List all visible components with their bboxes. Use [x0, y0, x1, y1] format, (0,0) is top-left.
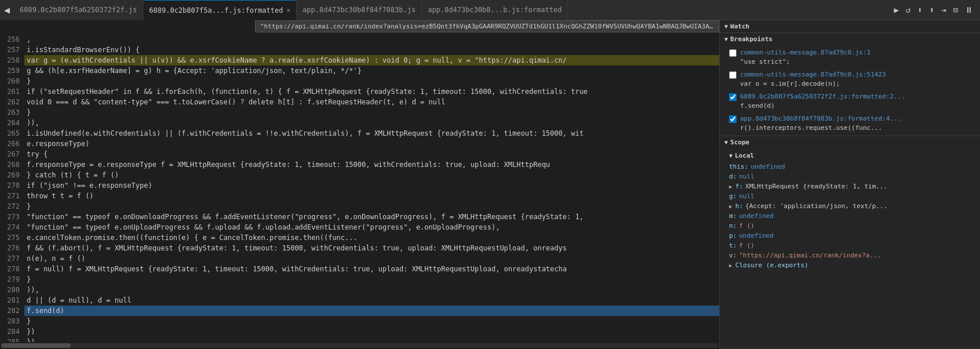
scope-value: undefined: [739, 232, 774, 239]
scope-value: f (): [739, 222, 755, 230]
code-line[interactable]: "function" == typeof e.onDownloadProgres…: [24, 212, 719, 222]
code-line[interactable]: f && (f.abort(), f = XMLHttpRequest {rea…: [24, 243, 719, 253]
breakpoint-code: "use strict";: [740, 57, 870, 67]
breakpoint-checkbox[interactable]: [729, 115, 737, 123]
scope-items-list: this:undefinedd:nullf:XMLHttpRequest {re…: [720, 162, 980, 270]
code-line[interactable]: }: [24, 316, 719, 326]
line-number: 282: [0, 306, 20, 316]
breakpoints-section: ▼ Breakpoints common-utils-message.87ad7…: [720, 33, 980, 136]
step-out-icon[interactable]: ⬆: [927, 4, 937, 16]
line-number: 279: [0, 274, 20, 285]
code-line[interactable]: } catch (t) { t = f (): [24, 170, 719, 180]
tab-tab2[interactable]: 6089.0c2b807f5a...f.js:formatted✕: [143, 0, 297, 20]
breakpoint-checkbox[interactable]: [729, 49, 737, 57]
step-over-icon[interactable]: ↺: [904, 4, 913, 16]
code-line[interactable]: i.isUndefined(e.withCredentials) || (f.w…: [24, 128, 719, 139]
code-line[interactable]: var g = (e.withCredentials || u(v)) && e…: [24, 55, 719, 66]
tab-tab4[interactable]: app.8d473bc30b8...b.js:formatted: [422, 0, 568, 20]
tab-close-icon[interactable]: ✕: [286, 6, 290, 14]
code-line[interactable]: }: [24, 274, 719, 285]
scope-key: t:: [729, 242, 737, 249]
code-content[interactable]: 2562572582592602612622632642652662672682…: [0, 20, 719, 342]
horizontal-scrollbar[interactable]: [0, 342, 719, 349]
code-line[interactable]: g && (h[e.xsrfHeaderName] = g) h = {Acce…: [24, 66, 719, 76]
local-header[interactable]: ▼ Local: [720, 150, 980, 162]
scope-item[interactable]: f:XMLHttpRequest {readyState: 1, tim...: [720, 181, 980, 191]
code-line[interactable]: if ("setRequestHeader" in f && i.forEach…: [24, 86, 719, 97]
resume-icon[interactable]: ▶: [891, 4, 901, 16]
deactivate-icon[interactable]: ⊟: [951, 4, 960, 16]
tab-tab3[interactable]: app.8d473bc30b8f84f7083b.js: [297, 0, 422, 20]
code-text: )),: [27, 285, 39, 295]
pause-icon[interactable]: ⏸: [963, 4, 975, 16]
code-line[interactable]: try {: [24, 149, 719, 159]
code-line[interactable]: "function" == typeof e.onUploadProgress …: [24, 222, 719, 232]
breakpoint-checkbox[interactable]: [729, 71, 737, 79]
watch-header[interactable]: ▼ Watch: [720, 20, 980, 32]
code-line[interactable]: e.cancelToken.promise.then((function(e) …: [24, 232, 719, 243]
scope-item[interactable]: Closure (e.exports): [720, 260, 980, 270]
scope-key: Closure (e.exports): [729, 261, 808, 269]
scope-header[interactable]: ▼ Scope: [720, 136, 980, 148]
scope-value: f (): [739, 242, 755, 249]
scope-key: n:: [729, 222, 737, 230]
scope-key: d:: [729, 173, 737, 180]
code-line[interactable]: e.responseType): [24, 139, 719, 149]
code-line[interactable]: )),: [24, 118, 719, 128]
line-number: 265: [0, 128, 20, 139]
code-text: e.cancelToken.promise.then((function(e) …: [27, 232, 358, 243]
code-text: g && (h[e.xsrfHeaderName] = g) h = {Acce…: [27, 66, 362, 76]
tab-tab1[interactable]: 6089.0c2b807f5a6250372f2f.js: [14, 0, 143, 20]
tab-nav-prev[interactable]: ◀: [0, 0, 14, 20]
code-line[interactable]: n(e), n = f (): [24, 253, 719, 264]
line-number: 261: [0, 86, 20, 97]
scroll-thumb[interactable]: [1, 343, 71, 348]
breakpoint-file: common-utils-message.87ad79c0.js:51423: [740, 70, 886, 79]
breakpoints-header[interactable]: ▼ Breakpoints: [720, 33, 980, 45]
breakpoint-checkbox[interactable]: [729, 93, 737, 101]
code-line[interactable]: }): [24, 337, 719, 342]
code-line[interactable]: i.isStandardBrowserEnv()) {: [24, 45, 719, 55]
code-text: }): [27, 326, 35, 337]
code-line[interactable]: }: [24, 76, 719, 86]
code-text: f.send(d): [27, 306, 64, 316]
code-line[interactable]: f.responseType = e.responseType f = XMLH…: [24, 159, 719, 170]
code-line[interactable]: if ("json" !== e.responseType): [24, 180, 719, 191]
scope-item: t:f (): [720, 241, 980, 250]
line-number: 278: [0, 264, 20, 274]
scope-item: this:undefined: [720, 162, 980, 172]
breakpoint-code: r().interceptors.request.use((func...: [740, 123, 901, 133]
tab-label: 6089.0c2b807f5a6250372f2f.js: [20, 6, 137, 14]
breakpoint-item: app.8d473bc30b8f84f7083b.js:formatted:4.…: [720, 112, 980, 134]
scope-value: undefined: [751, 163, 785, 170]
scope-value: XMLHttpRequest {readyState: 1, tim...: [745, 183, 887, 190]
scope-key: v:: [729, 252, 737, 259]
code-text: f = null) f = XMLHttpRequest {readyState…: [27, 264, 567, 274]
code-line[interactable]: }: [24, 107, 719, 118]
scope-item[interactable]: h:{Accept: 'application/json, text/p...: [720, 201, 980, 211]
code-line[interactable]: void 0 === d && "content-type" === t.toL…: [24, 97, 719, 107]
scope-value: null: [739, 173, 755, 180]
code-line[interactable]: )),: [24, 285, 719, 295]
local-label: Local: [735, 152, 754, 159]
code-line[interactable]: ,: [24, 34, 719, 45]
code-line[interactable]: d || (d = null), d = null: [24, 295, 719, 306]
scope-section: ▼ Scope ▼ Local this:undefinedd:nullf:XM…: [720, 136, 980, 349]
line-number: 270: [0, 180, 20, 191]
code-line[interactable]: f = null) f = XMLHttpRequest {readyState…: [24, 264, 719, 274]
code-text: }: [27, 201, 31, 212]
code-text: var g = (e.withCredentials || u(v)) && e…: [27, 55, 567, 66]
line-number: 257: [0, 45, 20, 55]
step-all-icon[interactable]: ⇥: [939, 4, 948, 16]
code-text: ,: [27, 34, 31, 45]
scope-value: null: [739, 192, 755, 200]
scope-item: m:undefined: [720, 211, 980, 221]
line-number: 260: [0, 76, 20, 86]
code-line[interactable]: throw t t = f (): [24, 191, 719, 201]
code-text: if ("setRequestHeader" in f && i.forEach…: [27, 86, 588, 97]
step-into-icon[interactable]: ⬇: [915, 4, 924, 16]
code-line[interactable]: }): [24, 326, 719, 337]
line-number: 262: [0, 97, 20, 107]
code-line[interactable]: }: [24, 201, 719, 212]
code-line[interactable]: f.send(d): [24, 306, 719, 316]
